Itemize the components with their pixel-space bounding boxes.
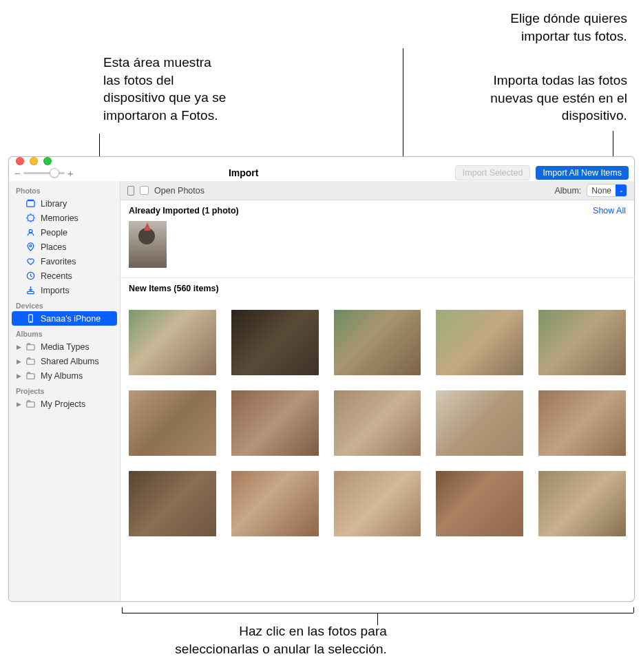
chevron-right-icon[interactable]: ▶	[17, 372, 22, 379]
open-photos-checkbox[interactable]	[140, 186, 149, 195]
iphone-icon	[25, 313, 36, 324]
sidebar-item-label: Memories	[41, 213, 78, 223]
chevron-right-icon[interactable]: ▶	[17, 401, 22, 408]
photo-thumbnail[interactable]	[129, 471, 216, 536]
photo-thumbnail[interactable]	[334, 390, 421, 456]
show-all-link[interactable]: Show All	[593, 206, 626, 216]
sidebar-item-label: Media Types	[41, 342, 90, 352]
photo-thumbnail[interactable]	[334, 310, 421, 375]
leader-line	[633, 607, 634, 613]
sidebar-item-my-projects[interactable]: ▶ My Projects	[12, 397, 117, 411]
close-window-icon[interactable]	[16, 157, 24, 165]
svg-rect-9	[27, 345, 34, 350]
photo-thumbnail[interactable]	[538, 310, 626, 375]
favorites-icon	[25, 256, 36, 266]
callout-already-imported: Esta área muestra las fotos del disposit…	[103, 54, 226, 125]
photo-thumbnail[interactable]	[334, 471, 421, 536]
sidebar-item-recents[interactable]: Recents	[12, 269, 117, 283]
sidebar-item-media-types[interactable]: ▶ Media Types	[12, 339, 117, 354]
imports-icon	[25, 285, 36, 295]
already-imported-heading: Already Imported (1 photo)	[129, 206, 239, 216]
photo-thumbnail[interactable]	[129, 221, 167, 268]
sidebar: Photos Library Memories People Places Fa…	[9, 181, 120, 601]
main-content: Open Photos Album: None ⌄ Already Import…	[120, 181, 634, 601]
svg-rect-6	[28, 291, 34, 293]
import-all-button[interactable]: Import All New Items	[536, 166, 629, 180]
callout-import-all: Importa todas las fotos nuevas que estén…	[490, 72, 627, 125]
memories-icon	[25, 213, 36, 223]
photos-app-window: − + Import Import Selected Import All Ne…	[8, 156, 635, 602]
sidebar-item-my-albums[interactable]: ▶ My Albums	[12, 368, 117, 383]
callout-click-photos: Haz clic en las fotos para seleccionarla…	[43, 622, 387, 658]
open-photos-label: Open Photos	[154, 186, 204, 196]
leader-line	[122, 607, 123, 613]
photo-thumbnail[interactable]	[436, 310, 523, 375]
zoom-out-icon: −	[14, 167, 21, 179]
svg-point-2	[28, 215, 34, 221]
minimize-window-icon[interactable]	[30, 157, 38, 165]
sidebar-header-projects: Projects	[9, 383, 120, 397]
sidebar-header-albums: Albums	[9, 326, 120, 339]
photo-thumbnail[interactable]	[231, 390, 319, 456]
window-controls	[9, 157, 120, 165]
sidebar-item-label: Shared Albums	[41, 357, 99, 366]
sidebar-header-photos: Photos	[9, 182, 120, 196]
sidebar-item-label: My Albums	[41, 371, 83, 381]
sidebar-item-memories[interactable]: Memories	[12, 211, 117, 225]
photo-thumbnail[interactable]	[436, 471, 523, 536]
zoom-window-icon[interactable]	[43, 157, 52, 165]
sidebar-item-favorites[interactable]: Favorites	[12, 254, 117, 269]
sidebar-item-label: Sanaa's iPhone	[41, 314, 101, 324]
photo-thumbnail[interactable]	[538, 390, 626, 456]
sidebar-header-devices: Devices	[9, 297, 120, 311]
photo-thumbnail[interactable]	[129, 390, 216, 456]
new-items-heading: New Items (560 items)	[129, 284, 219, 293]
import-filter-bar: Open Photos Album: None ⌄	[120, 181, 634, 200]
page-title: Import	[38, 167, 450, 178]
album-select-value: None	[587, 186, 616, 196]
album-label: Album:	[554, 186, 581, 196]
sidebar-item-label: Favorites	[41, 257, 76, 266]
photo-thumbnail[interactable]	[436, 390, 523, 456]
leader-line	[377, 613, 378, 625]
sidebar-item-shared-albums[interactable]: ▶ Shared Albums	[12, 354, 117, 368]
svg-point-4	[30, 245, 32, 247]
folder-icon	[25, 356, 36, 366]
sidebar-item-places[interactable]: Places	[12, 240, 117, 254]
sidebar-item-label: Places	[41, 242, 67, 252]
svg-rect-11	[27, 374, 34, 379]
device-phone-icon	[127, 186, 134, 196]
album-destination-select[interactable]: None ⌄	[587, 184, 627, 197]
sidebar-item-imports[interactable]: Imports	[12, 283, 117, 297]
sidebar-item-label: Imports	[41, 286, 70, 295]
chevron-right-icon[interactable]: ▶	[17, 358, 22, 365]
places-icon	[25, 242, 36, 252]
photo-thumbnail[interactable]	[231, 310, 319, 375]
sidebar-item-label: My Projects	[41, 399, 85, 409]
sidebar-item-label: People	[41, 228, 67, 238]
new-items-grid	[120, 299, 634, 536]
import-selected-button[interactable]: Import Selected	[455, 165, 531, 180]
folder-icon	[25, 399, 36, 409]
callout-album-destination: Elige dónde quieres importar tus fotos.	[510, 10, 627, 45]
folder-icon	[25, 342, 36, 352]
sidebar-item-device-iphone[interactable]: Sanaa's iPhone	[12, 311, 117, 326]
svg-rect-10	[27, 359, 34, 365]
photo-thumbnail[interactable]	[538, 471, 626, 536]
folder-icon	[25, 370, 36, 381]
already-imported-row	[120, 221, 634, 278]
chevron-updown-icon: ⌄	[616, 185, 627, 196]
svg-point-3	[29, 229, 32, 233]
svg-rect-1	[28, 200, 33, 200]
sidebar-item-library[interactable]: Library	[12, 196, 117, 211]
photo-thumbnail[interactable]	[129, 310, 216, 375]
chevron-right-icon[interactable]: ▶	[17, 344, 22, 350]
photo-thumbnail[interactable]	[231, 471, 319, 536]
titlebar: − + Import Import Selected Import All Ne…	[9, 157, 634, 181]
svg-rect-12	[27, 402, 34, 408]
sidebar-item-label: Recents	[41, 271, 72, 281]
svg-rect-0	[27, 201, 34, 207]
import-scroll-area[interactable]: Already Imported (1 photo) Show All New …	[120, 200, 634, 601]
recents-icon	[25, 271, 36, 281]
sidebar-item-people[interactable]: People	[12, 225, 117, 240]
